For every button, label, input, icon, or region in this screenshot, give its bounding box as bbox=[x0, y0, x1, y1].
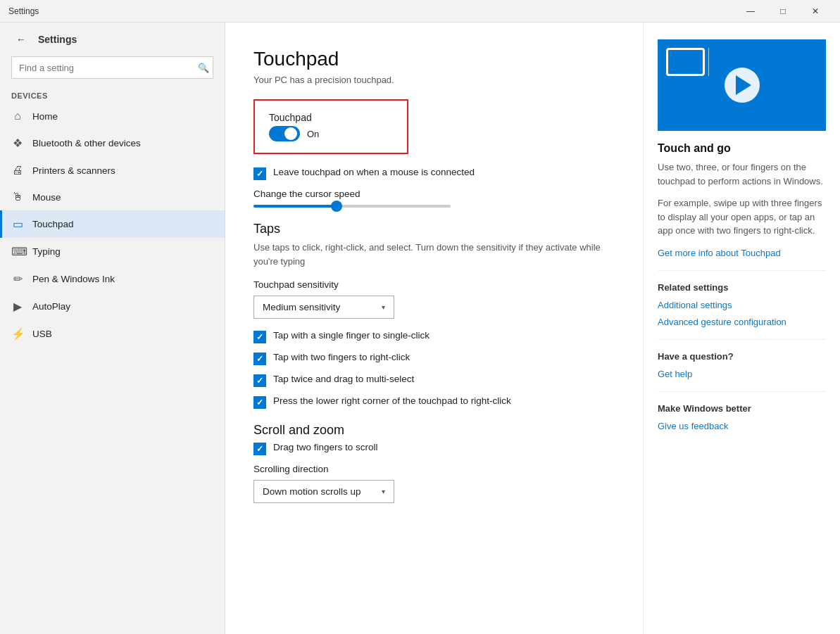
tap-two-fingers-row: Tap with two fingers to right-click bbox=[253, 352, 615, 365]
toggle-on-label: On bbox=[307, 129, 319, 139]
tap-single-finger-checkbox[interactable] bbox=[253, 331, 266, 343]
sidebar-item-bluetooth[interactable]: ❖ Bluetooth & other devices bbox=[0, 129, 225, 157]
right-panel: Touch and go Use two, three, or four fin… bbox=[643, 23, 840, 634]
tap-lower-right-checkbox[interactable] bbox=[253, 396, 266, 409]
cursor-speed-label: Change the cursor speed bbox=[253, 189, 615, 199]
leave-touchpad-label: Leave touchpad on when a mouse is connec… bbox=[273, 167, 475, 177]
drag-two-fingers-row: Drag two fingers to scroll bbox=[253, 442, 615, 455]
sidebar: ← Settings 🔍 Devices ⌂ Home ❖ Bluetooth … bbox=[0, 23, 225, 634]
sidebar-item-label: Pen & Windows Ink bbox=[32, 274, 115, 284]
drag-two-fingers-label: Drag two fingers to scroll bbox=[273, 442, 378, 452]
slider-fill bbox=[253, 205, 337, 208]
close-button[interactable]: ✕ bbox=[799, 0, 832, 23]
sidebar-item-typing[interactable]: ⌨ Typing bbox=[0, 238, 225, 265]
sidebar-item-usb[interactable]: ⚡ USB bbox=[0, 320, 225, 348]
sidebar-item-label: Home bbox=[32, 111, 58, 122]
sensitivity-dropdown[interactable]: Medium sensitivity ▾ bbox=[253, 296, 394, 319]
sidebar-item-home[interactable]: ⌂ Home bbox=[0, 103, 225, 129]
usb-icon: ⚡ bbox=[11, 327, 24, 341]
sidebar-item-label: AutoPlay bbox=[32, 301, 70, 312]
scroll-zoom-heading: Scroll and zoom bbox=[253, 423, 615, 438]
cursor-speed-track[interactable] bbox=[253, 205, 451, 208]
right-panel-desc1: Use two, three, or four fingers on the t… bbox=[658, 160, 826, 188]
sidebar-item-touchpad[interactable]: ▭ Touchpad bbox=[0, 210, 225, 238]
home-icon: ⌂ bbox=[11, 110, 24, 122]
back-button[interactable]: ← bbox=[11, 30, 31, 49]
drag-two-fingers-checkbox[interactable] bbox=[253, 443, 266, 455]
more-info-link[interactable]: Get more info about Touchpad bbox=[658, 248, 781, 258]
sidebar-item-label: Mouse bbox=[32, 192, 61, 203]
toggle-row: On bbox=[269, 126, 319, 141]
typing-icon: ⌨ bbox=[11, 245, 24, 258]
dropdown-arrow-icon: ▾ bbox=[382, 303, 385, 311]
sidebar-section-label: Devices bbox=[0, 84, 225, 103]
divider-3 bbox=[658, 391, 826, 392]
bluetooth-icon: ❖ bbox=[11, 137, 24, 150]
get-help-link[interactable]: Get help bbox=[658, 369, 692, 379]
play-triangle bbox=[736, 75, 751, 95]
sidebar-item-label: Typing bbox=[32, 246, 61, 257]
touchpad-thumbnail-icon bbox=[666, 48, 705, 76]
make-better-label: Make Windows better bbox=[658, 403, 826, 414]
tap-two-fingers-label: Tap with two fingers to right-click bbox=[273, 352, 410, 362]
cursor-speed-container: Change the cursor speed bbox=[253, 189, 615, 208]
sidebar-item-pen[interactable]: ✏ Pen & Windows Ink bbox=[0, 265, 225, 293]
right-panel-section-title: Touch and go bbox=[658, 142, 826, 155]
slider-thumb[interactable] bbox=[331, 201, 342, 212]
sidebar-item-mouse[interactable]: 🖱 Mouse bbox=[0, 184, 225, 210]
scrolling-direction-dropdown[interactable]: Down motion scrolls up ▾ bbox=[253, 480, 394, 503]
tap-lower-right-label: Press the lower right corner of the touc… bbox=[273, 395, 511, 406]
taps-heading: Taps bbox=[253, 222, 615, 236]
title-bar: Settings — □ ✕ bbox=[0, 0, 840, 23]
scrolling-dropdown-arrow-icon: ▾ bbox=[382, 488, 385, 495]
scrolling-direction-value: Down motion scrolls up bbox=[263, 486, 361, 497]
tap-twice-drag-checkbox[interactable] bbox=[253, 374, 266, 387]
tap-single-finger-row: Tap with a single finger to single-click bbox=[253, 330, 615, 343]
page-title: Touchpad bbox=[253, 48, 615, 70]
page-subtitle: Your PC has a precision touchpad. bbox=[253, 75, 615, 85]
sidebar-item-label: Bluetooth & other devices bbox=[32, 138, 141, 148]
search-input[interactable] bbox=[11, 56, 213, 79]
sidebar-item-autoplay[interactable]: ▶ AutoPlay bbox=[0, 293, 225, 320]
scrolling-direction-label: Scrolling direction bbox=[253, 464, 615, 474]
have-question-label: Have a question? bbox=[658, 351, 826, 362]
tap-twice-drag-row: Tap twice and drag to multi-select bbox=[253, 374, 615, 387]
leave-touchpad-checkbox[interactable] bbox=[253, 167, 266, 180]
touchpad-divider-line bbox=[708, 48, 709, 76]
touchpad-toggle-switch[interactable] bbox=[269, 126, 300, 141]
tap-single-finger-label: Tap with a single finger to single-click bbox=[273, 330, 430, 341]
sidebar-item-printers[interactable]: 🖨 Printers & scanners bbox=[0, 157, 225, 184]
maximize-button[interactable]: □ bbox=[767, 0, 799, 23]
touchpad-toggle-label: Touchpad bbox=[269, 112, 319, 123]
tap-twice-drag-label: Tap twice and drag to multi-select bbox=[273, 374, 414, 384]
additional-settings-link[interactable]: Additional settings bbox=[658, 300, 732, 310]
tap-lower-right-row: Press the lower right corner of the touc… bbox=[253, 395, 615, 409]
main-content: Touchpad Your PC has a precision touchpa… bbox=[225, 23, 643, 634]
advanced-gesture-link[interactable]: Advanced gesture configuration bbox=[658, 317, 786, 327]
tap-two-fingers-checkbox[interactable] bbox=[253, 353, 266, 365]
touchpad-toggle-card: Touchpad On bbox=[253, 99, 408, 154]
sidebar-search-container: 🔍 bbox=[11, 56, 213, 79]
sidebar-app-title: Settings bbox=[38, 34, 77, 45]
play-button-icon[interactable] bbox=[725, 68, 760, 103]
touchpad-icon: ▭ bbox=[11, 217, 24, 231]
minimize-button[interactable]: — bbox=[734, 0, 767, 23]
give-feedback-link[interactable]: Give us feedback bbox=[658, 421, 728, 431]
app-body: ← Settings 🔍 Devices ⌂ Home ❖ Bluetooth … bbox=[0, 23, 840, 634]
printer-icon: 🖨 bbox=[11, 164, 24, 177]
sidebar-item-label: USB bbox=[32, 329, 52, 339]
leave-touchpad-row: Leave touchpad on when a mouse is connec… bbox=[253, 167, 615, 180]
window-controls: — □ ✕ bbox=[734, 0, 832, 23]
app-title: Settings bbox=[8, 6, 734, 16]
divider-2 bbox=[658, 339, 826, 340]
sidebar-nav-top: ← Settings bbox=[0, 23, 225, 56]
sensitivity-label: Touchpad sensitivity bbox=[253, 279, 615, 290]
search-icon[interactable]: 🔍 bbox=[198, 63, 209, 73]
touchpad-toggle-content: Touchpad On bbox=[269, 112, 319, 141]
sensitivity-value: Medium sensitivity bbox=[263, 302, 340, 312]
right-panel-desc2: For example, swipe up with three fingers… bbox=[658, 196, 826, 238]
video-thumbnail[interactable] bbox=[658, 39, 826, 131]
divider-1 bbox=[658, 270, 826, 271]
mouse-icon: 🖱 bbox=[11, 191, 24, 203]
autoplay-icon: ▶ bbox=[11, 300, 24, 313]
